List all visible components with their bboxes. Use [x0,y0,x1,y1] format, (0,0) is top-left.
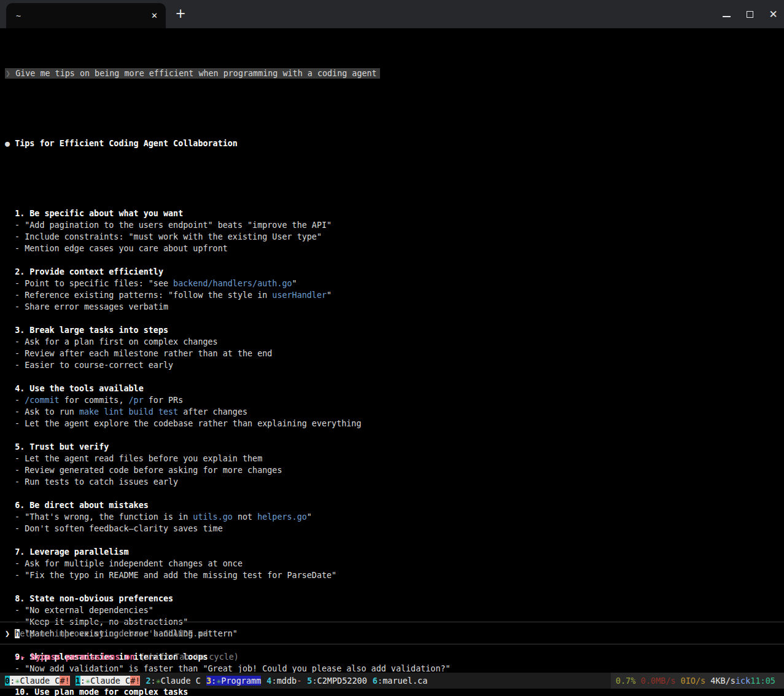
section-heading: 2. Provide context efficiently [5,266,451,278]
section-heading: 5. Trust but verify [5,441,451,453]
section-item: - Mention edge cases you care about upfr… [5,243,451,254]
section-heading: 3. Break large tasks into steps [5,324,451,336]
minimize-icon [723,16,731,17]
blank-line [5,429,451,441]
section-item: - Ask to run make lint build test after … [5,406,451,418]
section-item: - "Add pagination to the users endpoint"… [5,219,451,231]
section-item: - Point to specific files: "see backend/… [5,278,451,289]
tab-title: ~ [16,11,21,20]
section-item: - /commit for commits, /pr for PRs [5,394,451,406]
user-message-line: ❯ Give me tips on being more efficient w… [5,68,451,79]
section-item: - Don't soften feedback—clarity saves ti… [5,523,451,534]
tmux-window-2[interactable]: 2:✳Claude C [146,676,200,686]
section-item: - Review after each milestone rather tha… [5,348,451,359]
blank-line [5,371,451,383]
blank-line [5,313,451,324]
section-item: - Share error messages verbatim [5,301,451,313]
new-tab-button[interactable]: + [173,6,188,22]
response-title: Tips for Efficient Coding Agent Collabor… [15,139,238,148]
tab-home[interactable]: ~ ✕ [6,3,166,28]
section-item: - Ask for a plan first on complex change… [5,336,451,348]
section-heading: 4. Use the tools available [5,383,451,394]
maximize-icon [747,11,753,18]
section-item: - Run tests to catch issues early [5,476,451,488]
tmux-window-4[interactable]: 4:mddb- [266,676,301,686]
permission-mode-line[interactable]: ▸▸ bypass permissions on (shift+Tab to c… [5,651,239,663]
response-title-line: ● Tips for Efficient Coding Agent Collab… [5,138,451,149]
section-item: - Ask for multiple independent changes a… [5,558,451,569]
tmux-status-bar: 0:✳Claude C#!1:✳Claude C#!2:✳Claude C3:✳… [0,673,784,689]
text-cursor: h [15,629,20,638]
terminal-scrollback: ❯ Give me tips on being more efficient w… [0,44,451,696]
section-item: - Easier to course-correct early [5,359,451,371]
tmux-window-5[interactable]: 5:C2MPD52200 [307,676,367,686]
user-message-text: Give me tips on being more efficient whe… [15,69,377,78]
section-heading: 6. Be direct about mistakes [5,499,451,511]
section-item: - "Fix the typo in README and add the mi… [5,569,451,581]
section-item: - Reference existing patterns: "follow t… [5,289,451,301]
status-right: 0.7% 0.0MB/s 0IO/s 4KB/sick11:05 [611,673,784,689]
maximize-button[interactable] [745,10,755,19]
minimize-button[interactable] [722,10,731,19]
blank-line [5,639,451,651]
blank-line [5,103,451,114]
user-message-highlight: ❯ Give me tips on being more efficient w… [5,68,380,79]
blank-line [5,488,451,499]
mode-label: bypass permissions on [31,652,134,662]
blank-line [5,254,451,266]
mode-hint: (shift+Tab to cycle) [140,652,239,662]
mode-arrows-icon: ▸▸ [15,652,26,662]
section-heading: 1. Be specific about what you want [5,208,451,219]
input-box-top-border [0,622,784,622]
tmux-window-6[interactable]: 6:maruel.ca [373,676,427,686]
prompt-input[interactable]: ❯ help me improve my codebase's CLAUDE.m… [5,628,208,639]
section-item: - Review generated code before asking fo… [5,464,451,476]
tmux-window-0[interactable]: 0:✳Claude C#! [5,676,70,686]
prompt-chevron-icon: ❯ [6,69,10,78]
close-button[interactable]: ✕ [769,10,778,19]
response-bullet-icon: ● [5,139,10,148]
section-heading: 7. Leverage parallelism [5,546,451,558]
tmux-window-1[interactable]: 1:✳Claude C#! [76,676,141,686]
section-item: - Let the agent explore the codebase rat… [5,418,451,429]
response-sections: 1. Be specific about what you want - "Ad… [5,208,451,696]
section-item: - Include constraints: "must work with t… [5,231,451,243]
blank-line [5,581,451,593]
tab-bar: ~ ✕ + ✕ [0,0,784,28]
tab-close-icon[interactable]: ✕ [151,11,158,20]
section-item: - "No external dependencies" [5,604,451,616]
terminal-content[interactable]: ❯ Give me tips on being more efficient w… [0,28,784,696]
section-item: - Let the agent read files before you ex… [5,453,451,464]
status-windows: 0:✳Claude C#!1:✳Claude C#!2:✳Claude C3:✳… [0,673,433,689]
blank-line [5,173,451,184]
terminal-window: ~ ✕ + ✕ ❯ Give me tips on being more eff… [0,0,784,696]
tmux-window-3[interactable]: 3:✳Programm [206,676,261,686]
blank-line [5,534,451,546]
input-box-bottom-border [0,644,784,644]
input-chevron-icon: ❯ [5,629,10,638]
input-text: elp me improve my codebase's CLAUDE.md [20,629,208,638]
window-controls: ✕ [722,0,778,28]
section-heading: 8. State non-obvious preferences [5,593,451,604]
section-item: - "That's wrong, the function is in util… [5,511,451,523]
